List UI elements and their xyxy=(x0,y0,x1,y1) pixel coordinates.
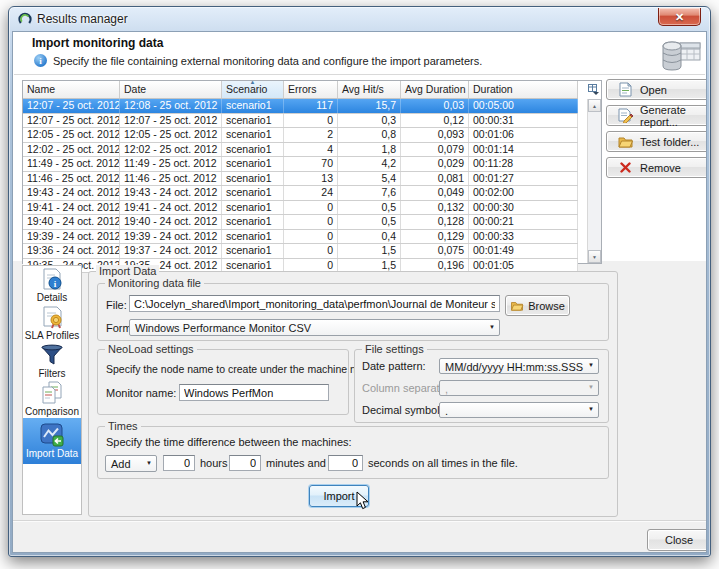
table-cell: 19:41 - 24 oct. 2012 xyxy=(120,201,222,215)
title-bar[interactable]: Results manager ✕ xyxy=(9,7,710,31)
table-cell: 0,132 xyxy=(401,201,469,215)
page-title: Import monitoring data xyxy=(32,36,163,50)
table-cell: 4,2 xyxy=(338,157,401,171)
minutes-input[interactable] xyxy=(229,455,261,471)
table-cell: 12:02 - 25 oct. 2012 xyxy=(23,143,120,157)
column-header-duration[interactable]: Duration xyxy=(469,81,578,98)
table-cell: 12:05 - 25 oct. 2012 xyxy=(120,128,222,142)
close-button[interactable]: Close xyxy=(647,529,707,551)
column-header-label: Name xyxy=(27,83,55,95)
open-button[interactable]: Open xyxy=(606,79,707,100)
close-button-label: Close xyxy=(665,534,693,546)
table-cell: scenario1 xyxy=(222,230,284,244)
chevron-down-icon: ▼ xyxy=(588,402,594,416)
monitor-name-input[interactable] xyxy=(179,384,329,401)
footer-separator xyxy=(13,520,706,521)
table-cell: 12:07 - 25 oct. 2012 xyxy=(120,114,222,128)
column-header-name[interactable]: Name xyxy=(23,81,120,98)
table-cell: 19:43 - 24 oct. 2012 xyxy=(120,186,222,200)
column-header-errors[interactable]: Errors xyxy=(284,81,338,98)
table-cell: scenario1 xyxy=(222,172,284,186)
table-cell: 2 xyxy=(284,128,338,142)
format-combobox[interactable]: Windows Performance Monitor CSV ▼ xyxy=(129,319,500,336)
decimal-symbol-combobox[interactable]: . ▼ xyxy=(439,402,599,418)
table-row[interactable]: 11:46 - 25 oct. 201211:46 - 25 oct. 2012… xyxy=(23,172,578,187)
header-separator xyxy=(14,74,705,75)
scroll-down-icon[interactable]: ▼ xyxy=(588,250,601,263)
time-mode-combobox[interactable]: Add ▼ xyxy=(105,455,157,472)
page-subtitle: Specify the file containing external mon… xyxy=(53,55,482,67)
column-header-scenario[interactable]: Scenario▲ xyxy=(222,81,284,98)
column-header-label: Date xyxy=(124,83,146,95)
table-cell: 13 xyxy=(284,172,338,186)
column-header-date[interactable]: Date xyxy=(120,81,222,98)
minutes-label: minutes and xyxy=(266,457,326,469)
table-cell: 00:01:27 xyxy=(469,172,578,186)
column-header-avg-hit-s[interactable]: Avg Hit/s xyxy=(338,81,401,98)
table-row[interactable]: 19:36 - 24 oct. 201219:37 - 24 oct. 2012… xyxy=(23,244,578,259)
table-row[interactable]: 19:40 - 24 oct. 201219:40 - 24 oct. 2012… xyxy=(23,215,578,230)
table-cell: 00:05:00 xyxy=(469,99,578,113)
sidebar-item-filters[interactable]: Filters xyxy=(23,342,81,380)
sidebar-item-import-data[interactable]: Import Data xyxy=(23,418,81,464)
table-row[interactable]: 19:41 - 24 oct. 201219:41 - 24 oct. 2012… xyxy=(23,201,578,216)
table-cell: 0 xyxy=(284,230,338,244)
window-close-button[interactable]: ✕ xyxy=(658,8,701,26)
table-cell: 0,5 xyxy=(338,201,401,215)
table-cell: scenario1 xyxy=(222,143,284,157)
table-cell: 12:07 - 25 oct. 2012_1 xyxy=(23,99,120,113)
browse-button[interactable]: Browse xyxy=(505,295,570,316)
table-row[interactable]: 12:02 - 25 oct. 201212:02 - 25 oct. 2012… xyxy=(23,143,578,158)
table-cell: 1,8 xyxy=(338,143,401,157)
column-header-label: Avg Duration xyxy=(405,83,466,95)
table-cell: 0,8 xyxy=(338,128,401,142)
table-cell: 0,4 xyxy=(338,230,401,244)
table-row[interactable]: 19:39 - 24 oct. 201219:39 - 24 oct. 2012… xyxy=(23,230,578,245)
table-row[interactable]: 12:05 - 25 oct. 201212:05 - 25 oct. 2012… xyxy=(23,128,578,143)
times-group: Times xyxy=(97,426,609,479)
monitoring-group-title: Monitoring data file xyxy=(105,277,204,290)
table-cell: 0,12 xyxy=(401,114,469,128)
table-cell: 4 xyxy=(284,143,338,157)
times-hint: Specify the time difference between the … xyxy=(106,436,352,448)
table-cell: 00:02:00 xyxy=(469,186,578,200)
hours-input[interactable] xyxy=(163,455,195,471)
report-pencil-icon xyxy=(618,108,633,123)
table-row[interactable]: 19:43 - 24 oct. 201219:43 - 24 oct. 2012… xyxy=(23,186,578,201)
generate-report-button[interactable]: Generate report... xyxy=(606,105,707,126)
seconds-input[interactable] xyxy=(328,455,363,471)
remove-button[interactable]: Remove xyxy=(606,157,707,178)
table-cell: 00:00:21 xyxy=(469,215,578,229)
sidebar-item-details[interactable]: i Details xyxy=(23,266,81,304)
table-cell: 0,093 xyxy=(401,128,469,142)
filters-icon xyxy=(39,343,65,367)
column-chooser-icon[interactable] xyxy=(587,83,600,96)
table-cell: scenario1 xyxy=(222,259,284,273)
chevron-down-icon: ▼ xyxy=(588,380,594,394)
file-path-input[interactable] xyxy=(129,295,500,312)
table-vertical-scrollbar[interactable]: ▲ ▼ xyxy=(587,99,601,263)
table-cell: 12:05 - 25 oct. 2012 xyxy=(23,128,120,142)
test-folder-button[interactable]: Test folder... xyxy=(606,131,707,152)
table-row[interactable]: 12:07 - 25 oct. 201212:07 - 25 oct. 2012… xyxy=(23,114,578,129)
table-row[interactable]: 12:07 - 25 oct. 2012_112:08 - 25 oct. 20… xyxy=(23,99,578,114)
column-header-label: Duration xyxy=(473,83,513,95)
sidebar-item-sla-profiles[interactable]: SLA Profiles xyxy=(23,304,81,342)
table-row[interactable]: 11:49 - 25 oct. 201211:49 - 25 oct. 2012… xyxy=(23,157,578,172)
column-header-avg-duration[interactable]: Avg Duration xyxy=(401,81,469,98)
sidebar-item-comparison[interactable]: Comparison xyxy=(23,380,81,418)
table-cell: 0,049 xyxy=(401,186,469,200)
neoload-settings-group: NeoLoad settings xyxy=(97,349,349,415)
table-cell: 11:46 - 25 oct. 2012 xyxy=(120,172,222,186)
table-cell: 19:37 - 24 oct. 2012 xyxy=(120,244,222,258)
table-cell: 0,03 xyxy=(401,99,469,113)
table-cell: 19:40 - 24 oct. 2012 xyxy=(23,215,120,229)
file-label: File: xyxy=(106,299,127,311)
folder-icon xyxy=(618,134,633,149)
table-cell: 00:11:28 xyxy=(469,157,578,171)
table-cell: 7,6 xyxy=(338,186,401,200)
scroll-up-icon[interactable]: ▲ xyxy=(588,99,601,112)
date-pattern-combobox[interactable]: MM/dd/yyyy HH:mm:ss.SSS ▼ xyxy=(439,358,599,374)
sidebar-item-label: SLA Profiles xyxy=(25,330,79,341)
table-cell: 00:01:49 xyxy=(469,244,578,258)
